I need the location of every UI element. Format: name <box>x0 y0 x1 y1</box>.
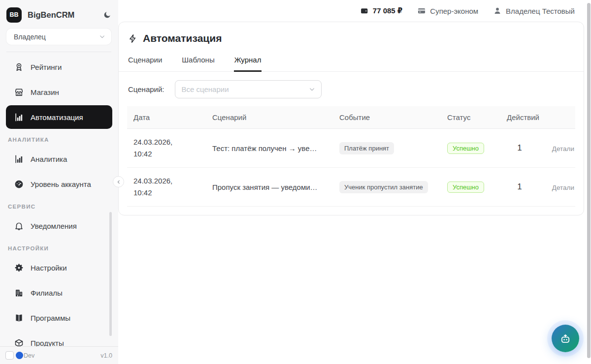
cell-date: 24.03.2026, 10:42 <box>127 168 206 207</box>
scenario-filter-label: Сценарий: <box>128 85 164 93</box>
sidebar-item-notifications[interactable]: Уведомления <box>6 214 112 238</box>
sidebar-item-settings[interactable]: Настройки <box>6 256 112 279</box>
column-header-status: Статус <box>441 106 500 129</box>
app-version: v1.0 <box>100 352 112 359</box>
robot-icon <box>559 332 572 345</box>
dev-label: Dev <box>24 352 100 359</box>
bar-chart-icon <box>14 154 24 164</box>
cell-scenario: Пропуск занятия — уведоми… <box>206 168 333 207</box>
column-header-details <box>538 106 575 129</box>
sidebar-section-service: СЕРВИС <box>8 204 110 210</box>
cell-date: 24.03.2026, 10:42 <box>127 129 206 168</box>
sidebar-item-label: Программы <box>31 314 70 322</box>
store-icon <box>14 87 24 97</box>
credit-card-icon <box>417 6 426 15</box>
sidebar-item-analytics[interactable]: Аналитика <box>6 147 112 171</box>
sidebar: BB BigBenCRM Владелец <box>0 0 118 364</box>
cell-event: Платёж принят <box>333 129 441 168</box>
topbar: 77 085 ₽ Супер-эконом Владелец Тестовый <box>118 0 591 22</box>
sidebar-section-settings: НАСТРОЙКИ <box>8 245 110 251</box>
dev-checkbox[interactable] <box>5 351 14 360</box>
main-area: 77 085 ₽ Супер-эконом Владелец Тестовый <box>118 0 591 364</box>
filter-row: Сценарий: Все сценарии <box>119 72 584 106</box>
sidebar-item-label: Уровень аккаунта <box>31 180 91 188</box>
sidebar-footer: Dev v1.0 <box>0 346 118 364</box>
details-link[interactable]: Детали <box>552 184 574 191</box>
chevron-down-icon <box>309 86 315 92</box>
sidebar-item-label: Рейтинги <box>31 63 62 71</box>
sidebar-item-label: Уведомления <box>31 222 77 230</box>
tab-journal[interactable]: Журнал <box>234 56 262 72</box>
lightning-icon <box>128 33 138 44</box>
balance-widget[interactable]: 77 085 ₽ <box>360 6 402 15</box>
cell-actions-count: 1 <box>500 129 538 168</box>
assistant-fab[interactable] <box>552 325 579 352</box>
cell-status: Успешно <box>441 129 500 168</box>
scenario-filter-select[interactable]: Все сценарии <box>175 80 322 98</box>
sidebar-item-label: Магазин <box>31 88 59 96</box>
column-header-date: Дата <box>127 106 206 129</box>
app-window: BB BigBenCRM Владелец <box>0 0 591 364</box>
tabs-bar: Сценарии Шаблоны Журнал <box>119 56 584 72</box>
sidebar-item-products[interactable]: Продукты <box>6 331 112 346</box>
cell-status: Успешно <box>441 168 500 207</box>
gear-icon <box>14 263 24 273</box>
cell-details: Детали <box>538 168 575 207</box>
table-header-row: Дата Сценарий Событие Статус Действий <box>127 106 575 129</box>
tab-templates[interactable]: Шаблоны <box>181 56 215 72</box>
cell-event: Ученик пропустил занятие <box>333 168 441 207</box>
dev-status-dot <box>16 352 23 359</box>
sidebar-item-ratings[interactable]: Рейтинги <box>6 55 112 79</box>
sidebar-item-label: Аналитика <box>31 155 67 163</box>
package-icon <box>14 338 24 347</box>
cell-details: Детали <box>538 129 575 168</box>
sidebar-item-label: Автоматизация <box>31 113 83 121</box>
sidebar-item-label: Филиалы <box>31 289 63 297</box>
column-header-event: Событие <box>333 106 441 129</box>
status-badge: Успешно <box>447 143 484 154</box>
journal-table-wrap: Дата Сценарий Событие Статус Действий 24… <box>119 106 584 215</box>
sidebar-section-analytics: АНАЛИТИКА <box>8 137 110 143</box>
chevron-down-icon <box>99 33 105 40</box>
bar-chart-icon <box>14 112 24 122</box>
sidebar-scrollbar[interactable] <box>109 212 112 336</box>
sidebar-collapse-button[interactable] <box>113 176 124 187</box>
building-icon <box>14 288 24 298</box>
table-row: 24.03.2026, 10:42 Тест: платёж получен →… <box>127 129 575 168</box>
balance-value: 77 085 ₽ <box>373 6 402 15</box>
theme-moon-icon[interactable] <box>103 11 111 19</box>
page-title: Автоматизация <box>143 32 222 44</box>
gauge-icon <box>14 179 24 189</box>
status-badge: Успешно <box>447 182 484 193</box>
user-icon <box>493 6 502 15</box>
cell-scenario: Тест: платёж получен → уве… <box>206 129 333 168</box>
book-icon <box>14 313 24 323</box>
scenario-filter-placeholder: Все сценарии <box>182 85 309 93</box>
sidebar-item-automation[interactable]: Автоматизация <box>6 105 112 129</box>
sidebar-item-programs[interactable]: Программы <box>6 306 112 330</box>
sidebar-item-branches[interactable]: Филиалы <box>6 281 112 304</box>
sidebar-item-shop[interactable]: Магазин <box>6 80 112 104</box>
column-header-scenario: Сценарий <box>206 106 333 129</box>
plan-name: Супер-эконом <box>430 7 478 15</box>
sidebar-nav: Рейтинги Магазин Автоматизация <box>0 52 118 346</box>
sidebar-item-account-level[interactable]: Уровень аккаунта <box>6 172 112 196</box>
details-link[interactable]: Детали <box>552 145 574 152</box>
window-scrollbar[interactable] <box>587 3 591 358</box>
plan-widget[interactable]: Супер-эконом <box>417 6 478 15</box>
table-row: 24.03.2026, 10:42 Пропуск занятия — увед… <box>127 168 575 207</box>
role-select-value: Владелец <box>14 33 99 41</box>
user-widget[interactable]: Владелец Тестовый <box>493 6 575 15</box>
cell-actions-count: 1 <box>500 168 538 207</box>
event-badge: Платёж принят <box>339 142 394 154</box>
automation-panel: Автоматизация Сценарии Шаблоны Журнал Сц… <box>118 22 584 215</box>
event-badge: Ученик пропустил занятие <box>339 181 428 193</box>
sidebar-header: BB BigBenCRM Владелец <box>0 0 118 52</box>
journal-table: Дата Сценарий Событие Статус Действий 24… <box>127 106 575 207</box>
app-logo: BB <box>6 7 22 23</box>
role-select[interactable]: Владелец <box>6 29 111 45</box>
bell-icon <box>14 221 24 231</box>
sidebar-item-label: Продукты <box>31 339 64 347</box>
tab-scenarios[interactable]: Сценарии <box>128 56 163 72</box>
chevron-left-icon <box>116 180 121 184</box>
